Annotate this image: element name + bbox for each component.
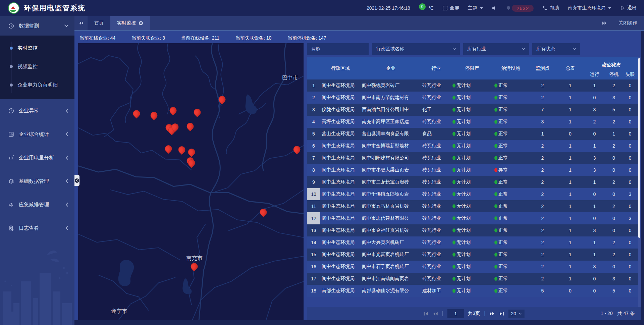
cell-company[interactable]: 阆中千佛镇五郎垭页岩: [361, 188, 421, 200]
table-row[interactable]: 10阆中生态环境局阆中千佛镇五郎垭页岩砖瓦行业无计划正常21003: [307, 188, 638, 200]
cell-run: 0: [584, 188, 605, 200]
logout-button[interactable]: 退出: [620, 5, 637, 11]
help-button[interactable]: 帮助: [542, 5, 559, 11]
first-page-button[interactable]: [423, 312, 428, 316]
status-dot-green: [452, 240, 455, 245]
sidebar-item-4[interactable]: 基础数据管理: [0, 169, 74, 193]
cell-lost: 0: [622, 224, 638, 236]
cell-company[interactable]: 阆中市忠信建材有限公: [361, 212, 421, 224]
sidebar-item-3[interactable]: 企业用电量分析: [0, 146, 74, 169]
stats-icon: [8, 131, 14, 138]
industry-select[interactable]: 所有行业: [463, 43, 529, 55]
cell-lost: 0: [622, 128, 638, 140]
sidebar-item-0[interactable]: 数据监测: [0, 16, 74, 36]
cell-company[interactable]: 阆中市枣碧大梁山页岩: [361, 164, 421, 176]
temperature-unit: ℃: [428, 5, 434, 11]
cell-company[interactable]: 阆中市五马桥页岩机砖: [361, 200, 421, 212]
sidebar-item-5[interactable]: 应急减排管理: [0, 193, 74, 216]
table-row[interactable]: 2阆中生态环境局阆中市南方节能建材有砖瓦行业无计划正常21030: [307, 92, 638, 104]
status-dot-green: [452, 84, 455, 88]
table-row[interactable]: 13阆中生态环境局阆中市金福旺页岩机砖砖瓦行业无计划正常21300: [307, 224, 638, 236]
table-row[interactable]: 8阆中生态环境局阆中市枣碧大梁山页岩砖瓦行业无计划异常21300: [307, 164, 638, 176]
sidebar-subitem-2[interactable]: 企业电力负荷明细: [0, 76, 74, 94]
sidebar-collapse-handle[interactable]: [74, 175, 79, 186]
table-row[interactable]: 14阆中生态环境局阆中大兴页岩机砖厂砖瓦行业无计划正常21120: [307, 236, 638, 249]
cell-region: 营山生态环境局: [320, 128, 361, 140]
table-row[interactable]: 3仪陇生态环境局西南油气田分公司川中化工无计划正常71350: [307, 104, 638, 116]
status-dot-green: [452, 108, 455, 112]
table-row[interactable]: 4高坪生态环境局南充市高坪区王家店建砖瓦行业无计划正常31220: [307, 116, 638, 128]
status-dot-red: [494, 168, 497, 172]
mute-button[interactable]: [492, 5, 497, 11]
table-row[interactable]: 6阆中生态环境局阆中市金博瑞新型墙材砖瓦行业无计划正常21120: [307, 140, 638, 152]
cell-company[interactable]: 阆中市金博瑞新型墙材: [361, 140, 421, 152]
cell-facility: 正常: [493, 261, 528, 273]
sidebar-item-label: 日志查看: [19, 225, 65, 231]
table-scrollbar[interactable]: [638, 57, 641, 307]
cell-row-number: 15: [307, 249, 320, 261]
cell-company[interactable]: 阆中市南方节能建材有: [361, 92, 421, 104]
scrollbar-thumb[interactable]: [638, 58, 640, 238]
sidebar-subitem-1[interactable]: 视频监控: [0, 57, 74, 76]
table-row[interactable]: 5营山生态环境局营山县润丰肉食品有限食品无计划正常10010: [307, 128, 638, 140]
cell-company[interactable]: 阆中大兴页岩机砖厂: [361, 236, 421, 249]
tab-home[interactable]: 首页: [88, 16, 110, 30]
status-select[interactable]: 所有状态: [532, 43, 580, 55]
table-row[interactable]: 11阆中生态环境局阆中市五马桥页岩机砖砖瓦行业无计划正常21120: [307, 200, 638, 212]
status-dot-green: [452, 180, 455, 184]
cell-run: 3: [584, 224, 605, 236]
filter-bar: 行政区域名称 所有行业 所有状态: [307, 43, 641, 55]
chevron-left-icon: [65, 156, 68, 160]
cell-company[interactable]: 阆中市二龙长宝页岩砖: [361, 176, 421, 188]
cell-company[interactable]: 阆中市石子页岩机砖厂: [361, 261, 421, 273]
cell-company[interactable]: 西南油气田分公司川中: [361, 104, 421, 116]
theme-dropdown[interactable]: 主题: [468, 5, 483, 11]
cell-row-number: 6: [307, 140, 320, 152]
page-size-select[interactable]: 20: [508, 310, 525, 318]
next-page-button[interactable]: [489, 312, 495, 316]
name-search-input[interactable]: [307, 43, 369, 55]
cell-company[interactable]: 阆中市江南镇阆南页岩: [361, 273, 421, 285]
total-pages-label: 共3页: [468, 311, 480, 317]
org-dropdown[interactable]: 南充市生态环境局: [568, 5, 611, 11]
cell-run: 3: [584, 104, 605, 116]
tabs-scroll-right-button[interactable]: [598, 21, 611, 25]
cell-company[interactable]: 阆中强锐页岩砖厂: [361, 79, 421, 92]
close-operations-button[interactable]: 关闭操作: [619, 20, 637, 26]
table-row[interactable]: 7阆中生态环境局阆中明阳建材有限公司砖瓦行业无计划正常21300: [307, 152, 638, 164]
cell-lost: 3: [622, 188, 638, 200]
cell-company[interactable]: 阆中明阳建材有限公司: [361, 152, 421, 164]
table-row[interactable]: 12阆中生态环境局阆中市忠信建材有限公砖瓦行业无计划正常21003: [307, 212, 638, 224]
table-row[interactable]: 9阆中生态环境局阆中市二龙长宝页岩砖砖瓦行业无计划正常21120: [307, 176, 638, 188]
sidebar-subitem-0[interactable]: 实时监控: [0, 39, 74, 57]
cell-company[interactable]: 阆中市金福旺页岩机砖: [361, 224, 421, 236]
sidebar-item-6[interactable]: 日志查看: [0, 216, 74, 240]
status-dot-green: [452, 168, 455, 172]
pagination-summary: 1 - 20 共 47 条: [601, 311, 641, 317]
region-select[interactable]: 行政区域名称: [372, 43, 460, 55]
page-number-input[interactable]: [447, 309, 464, 318]
fullscreen-button[interactable]: 全屏: [442, 5, 459, 11]
cell-company[interactable]: 营山县润丰肉食品有限: [361, 128, 421, 140]
tabs-scroll-left-button[interactable]: [74, 21, 88, 25]
sidebar-item-2[interactable]: 企业综合统计: [0, 122, 74, 146]
cell-industry: 砖瓦行业: [421, 224, 451, 236]
table-row[interactable]: 16阆中生态环境局阆中市石子页岩机砖厂砖瓦行业无计划正常21300: [307, 261, 638, 273]
tab-realtime-monitor[interactable]: 实时监控: [110, 16, 150, 30]
table-row[interactable]: 1阆中生态环境局阆中强锐页岩砖厂砖瓦行业无计划正常21120: [307, 79, 638, 92]
cell-company[interactable]: 南部县砌佳水泥有限公: [361, 285, 421, 297]
notification-area[interactable]: 2632: [506, 5, 534, 12]
cell-company[interactable]: 阆中市光富页岩机砖厂: [361, 249, 421, 261]
table-row[interactable]: 17阆中生态环境局阆中市江南镇阆南页岩砖瓦行业无计划正常21030: [307, 273, 638, 285]
cell-limit: 无计划: [451, 79, 493, 92]
table-row[interactable]: 18南部生态环境局南部县砌佳水泥有限公建材加工无计划正常50050: [307, 285, 638, 297]
last-page-button[interactable]: [499, 312, 504, 316]
cell-company[interactable]: 南充市高坪区王家店建: [361, 116, 421, 128]
sidebar-item-1[interactable]: 企业异常: [0, 99, 74, 122]
table-row[interactable]: 15阆中生态环境局阆中市光富页岩机砖厂砖瓦行业无计划正常21120: [307, 249, 638, 261]
cell-row-number: 1: [307, 79, 320, 92]
map-panel[interactable]: 巴中市南充市遂宁市: [78, 43, 304, 320]
close-tab-icon[interactable]: [139, 21, 143, 25]
cell-stop: 1: [605, 128, 622, 140]
prev-page-button[interactable]: [432, 312, 438, 316]
